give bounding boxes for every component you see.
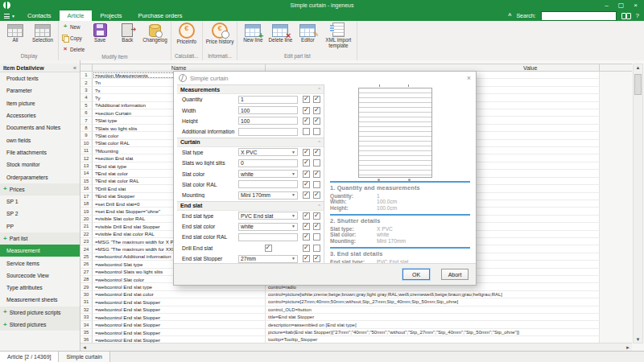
print-flag-checkbox[interactable] <box>313 107 320 114</box>
visible-flag-checkbox[interactable] <box>303 191 310 199</box>
visible-flag-checkbox[interactable] <box>303 128 310 135</box>
ribbon-button-delete-line[interactable]: Delete line <box>266 21 294 43</box>
slats-wo-light-slits-input[interactable]: 0 <box>238 159 298 167</box>
minimize-icon[interactable]: – <box>605 2 608 9</box>
sidebar-item-measurement[interactable]: Measurement <box>0 245 80 257</box>
sidebar-item-prices[interactable]: +Prices <box>0 183 80 195</box>
search-input[interactable] <box>541 11 617 21</box>
sidebar-item-sp-1[interactable]: SP 1 <box>0 195 80 208</box>
maximize-icon[interactable]: ▢ <box>618 2 625 9</box>
name-cell[interactable]: =webcontrol End slat Stopper <box>93 329 266 336</box>
document-tab-article-2-14369[interactable]: Article [2 / 14369] <box>0 352 59 362</box>
ribbon-button-selection[interactable]: Selection <box>29 21 56 43</box>
scroll-left-icon[interactable]: ◄ <box>82 345 87 350</box>
print-flag-checkbox[interactable] <box>313 212 320 220</box>
name-cell[interactable]: =webcontrol End slat Stopper <box>93 306 266 314</box>
visible-flag-checkbox[interactable] <box>303 255 310 262</box>
value-checkbox[interactable] <box>265 245 272 252</box>
print-flag-checkbox[interactable] <box>313 171 320 178</box>
print-flag-checkbox[interactable] <box>313 159 320 167</box>
tab-purchase-orders[interactable]: Purchase orders <box>130 10 191 21</box>
visible-flag-checkbox[interactable] <box>303 149 310 156</box>
table-row[interactable]: 30=webcontrol End slat colorcontrol=pict… <box>80 291 600 298</box>
value-column-header[interactable]: Value <box>266 64 600 71</box>
ribbon-button-all[interactable]: All <box>2 21 29 43</box>
ribbon-button-editor[interactable]: Editor <box>294 21 321 43</box>
print-flag-checkbox[interactable] <box>313 117 320 125</box>
value-cell[interactable]: control=picture[27mm;40mm;50mm;without;S… <box>266 298 600 306</box>
drill-end-slat-input[interactable] <box>238 244 298 252</box>
sidebar-item-item-picture[interactable]: Item picture <box>0 97 80 109</box>
scrollbar-thumb[interactable] <box>634 74 642 95</box>
sidebar-item-sourcecode-view[interactable]: Sourcecode View <box>0 269 80 282</box>
end-slat-stopper-input[interactable]: 27mm▼ <box>238 255 298 263</box>
sidebar-item-part-list[interactable]: +Part list <box>0 232 80 245</box>
dropdown-arrow-icon[interactable]: ▼ <box>291 172 295 176</box>
section-header-measurements[interactable]: Measurements^ <box>177 84 324 94</box>
print-flag-checkbox[interactable] <box>313 223 320 230</box>
visible-flag-checkbox[interactable] <box>303 171 310 178</box>
scroll-right-icon[interactable]: ► <box>625 345 630 350</box>
sidebar-item-service-items[interactable]: Service items <box>0 257 80 269</box>
sidebar-item-accessories[interactable]: Accessories <box>0 109 80 121</box>
visible-flag-checkbox[interactable] <box>303 245 310 252</box>
horizontal-scrollbar[interactable]: ◄ ► <box>80 343 632 351</box>
dropdown-arrow-icon[interactable]: ▼ <box>291 193 295 197</box>
visible-flag-checkbox[interactable] <box>303 117 310 125</box>
value-cell[interactable]: picture=ltab(End slat Stopper)["27mm";"4… <box>266 329 600 336</box>
collapse-section-icon[interactable]: ^ <box>318 204 320 208</box>
name-cell[interactable]: =webcontrol End slat Stopper <box>93 298 266 306</box>
help-icon[interactable]: ? <box>636 12 639 19</box>
print-flag-checkbox[interactable] <box>313 245 320 252</box>
value-cell[interactable]: description=assembled on [End slat type] <box>266 321 600 328</box>
section-header-end-slat[interactable]: End slat^ <box>177 201 324 211</box>
visible-flag-checkbox[interactable] <box>303 107 310 114</box>
vertical-scrollbar[interactable]: ▲ ▼ <box>633 64 643 343</box>
table-row[interactable]: 35=webcontrol End slat Stopperpicture=lt… <box>80 329 600 336</box>
file-menu-button[interactable]: ▼ <box>0 10 19 21</box>
dropdown-arrow-icon[interactable]: ▼ <box>291 257 295 261</box>
sidebar-item-measurement-sheets[interactable]: Measurement sheets <box>0 294 80 306</box>
visible-flag-checkbox[interactable] <box>303 181 310 188</box>
additional-information-input[interactable] <box>238 128 298 136</box>
collapse-sidebar-icon[interactable]: « <box>73 65 76 71</box>
table-row[interactable]: 31=webcontrol End slat Stoppercontrol=pi… <box>80 298 600 306</box>
dropdown-arrow-icon[interactable]: ▼ <box>291 224 295 228</box>
ribbon-button-copy[interactable]: Copy <box>62 35 85 41</box>
name-cell[interactable]: =webcontrol End slat color <box>93 291 266 298</box>
slat-color-ral-input[interactable] <box>238 180 298 188</box>
dialog-title-bar[interactable]: Simple curtain × <box>174 72 476 84</box>
sidebar-item-stored-pictures[interactable]: +Stored pictures <box>0 319 80 331</box>
sidebar-item-sp-2[interactable]: SP 2 <box>0 208 80 220</box>
sidebar-item-type-attributes[interactable]: Type attributes <box>0 282 80 294</box>
sidebar-item-documents-and-notes[interactable]: Documents and Notes <box>0 121 80 134</box>
sidebar-item-orderparameters[interactable]: Orderparameters <box>0 171 80 183</box>
sidebar-item-file-attachments[interactable]: File attachments <box>0 146 80 158</box>
slat-type-input[interactable]: X PVC▼ <box>238 148 298 156</box>
value-cell[interactable]: title=End slat Stopper <box>266 314 600 321</box>
width-input[interactable]: 100 <box>238 106 298 114</box>
tab-projects[interactable]: Projects <box>92 10 130 21</box>
ribbon-button-xml-import-template[interactable]: XML import template <box>321 21 355 49</box>
end-slat-color-input[interactable]: white▼ <box>238 223 298 231</box>
sidebar-item-product-texts[interactable]: Product texts <box>0 72 80 84</box>
quantity-input[interactable]: 1 <box>238 96 298 104</box>
print-flag-checkbox[interactable] <box>313 181 320 188</box>
sidebar-item-stock-monitor[interactable]: Stock monitor <box>0 158 80 171</box>
ribbon-button-save[interactable]: Save <box>86 21 114 43</box>
print-flag-checkbox[interactable] <box>313 128 320 135</box>
close-icon[interactable]: × <box>634 2 638 9</box>
name-cell[interactable]: =webcontrol End slat Stopper <box>93 314 266 321</box>
collapse-section-icon[interactable]: ^ <box>318 87 320 92</box>
print-flag-checkbox[interactable] <box>313 191 320 199</box>
dialog-close-icon[interactable]: × <box>467 75 471 82</box>
ribbon-button-delete[interactable]: ×Delete <box>62 46 85 52</box>
value-cell[interactable]: control_OLD=button <box>266 306 600 314</box>
ribbon-button-price-history[interactable]: Price history <box>204 21 236 45</box>
sidebar-item-stored-picture-scripts[interactable]: +Stored picture scripts <box>0 306 80 319</box>
table-row[interactable]: 32=webcontrol End slat Stoppercontrol_OL… <box>80 306 600 314</box>
ok-button[interactable]: OK <box>402 269 430 280</box>
value-cell[interactable]: control=picture[white;creme;beige;brown;… <box>266 291 600 298</box>
dropdown-arrow-icon[interactable]: ▼ <box>291 150 295 154</box>
document-tab-simple-curtain[interactable]: Simple curtain <box>59 352 109 362</box>
